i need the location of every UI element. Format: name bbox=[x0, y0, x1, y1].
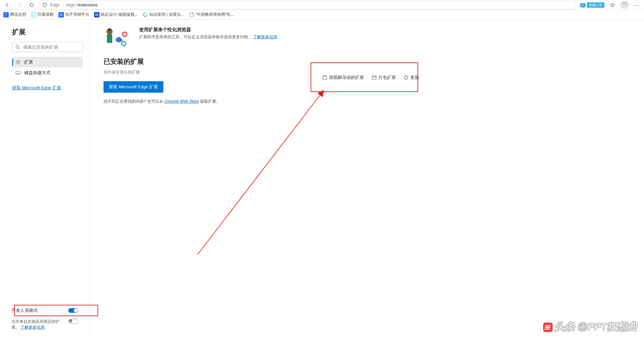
sidebar: 扩展 扩展 键盘快捷方式 获取 Microsoft Edge 扩展 开发人员模式… bbox=[0, 19, 90, 337]
update-icon bbox=[403, 75, 409, 80]
svg-rect-13 bbox=[16, 71, 21, 74]
svg-point-0 bbox=[43, 3, 47, 7]
keyboard-icon bbox=[15, 70, 21, 76]
search-box[interactable] bbox=[12, 42, 83, 52]
bookmark-icon: 知 bbox=[58, 12, 64, 17]
hero-title: 使用扩展来个性化浏览器 bbox=[139, 27, 277, 33]
svg-rect-24 bbox=[122, 42, 125, 45]
svg-rect-25 bbox=[323, 76, 327, 79]
hero-illustration bbox=[104, 27, 132, 47]
svg-point-4 bbox=[581, 5, 582, 6]
svg-point-12 bbox=[17, 61, 18, 62]
search-input[interactable] bbox=[23, 45, 80, 50]
more-menu-button[interactable]: ⋯ bbox=[632, 0, 641, 10]
svg-rect-26 bbox=[372, 76, 376, 79]
edge-icon bbox=[42, 2, 47, 8]
svg-point-9 bbox=[16, 45, 19, 48]
file-icon bbox=[189, 12, 194, 17]
load-unpacked-button[interactable]: 加载解压缩的扩展 bbox=[322, 75, 364, 81]
svg-rect-20 bbox=[107, 34, 112, 43]
back-button[interactable] bbox=[3, 0, 12, 10]
forward-button[interactable] bbox=[15, 0, 24, 10]
bookmark-item[interactable]: 稿稿定设计-做图做视... bbox=[94, 12, 138, 17]
svg-rect-19 bbox=[108, 29, 111, 30]
hero-banner: 使用扩展来个性化浏览器 扩展程序是简单的工具，可自定义浏览器体验并提供更多控制。… bbox=[104, 27, 631, 47]
dev-mode-row: 开发人员模式 bbox=[7, 305, 83, 316]
allow-other-toggle[interactable] bbox=[68, 319, 78, 324]
annotation-arrow bbox=[188, 87, 332, 258]
svg-rect-22 bbox=[123, 33, 126, 36]
bookmark-item[interactable]: 知知乎营销平台 bbox=[58, 12, 89, 17]
svg-point-3 bbox=[582, 3, 586, 6]
dev-actions: 加载解压缩的扩展 打包扩展 更新 bbox=[322, 75, 419, 81]
svg-point-11 bbox=[16, 60, 20, 64]
get-extensions-link[interactable]: 获取 Microsoft Edge 扩展 bbox=[12, 85, 83, 91]
address-url: edge://extensions bbox=[66, 3, 97, 7]
watermark: 头条 @PPT狂想曲 bbox=[543, 320, 637, 334]
bookmark-icon: 稿 bbox=[94, 12, 99, 17]
svg-point-7 bbox=[144, 13, 147, 16]
sidebar-item-extensions[interactable]: 扩展 bbox=[12, 57, 83, 67]
sidebar-item-shortcuts[interactable]: 键盘快捷方式 bbox=[12, 67, 83, 78]
pack-extension-button[interactable]: 打包扩展 bbox=[371, 75, 396, 81]
svg-point-5 bbox=[583, 5, 585, 6]
allow-other-label: 允许来自其他应用商店的扩展。 了解更多信息 bbox=[11, 319, 65, 330]
chrome-web-store-link[interactable]: Chrome Web Store bbox=[164, 99, 199, 104]
search-icon bbox=[15, 44, 21, 50]
bookmark-icon: T bbox=[3, 12, 9, 17]
installed-title: 已安装的扩展 bbox=[104, 57, 631, 66]
bookmark-icon bbox=[31, 12, 36, 17]
refresh-button[interactable] bbox=[27, 0, 36, 10]
learn-more-link[interactable]: 了解更多信息 bbox=[21, 325, 45, 330]
address-brand: Edge bbox=[50, 3, 59, 7]
main-content: 使用扩展来个性化浏览器 扩展程序是简单的工具，可自定义浏览器体验并提供更多控制。… bbox=[90, 19, 644, 337]
dev-mode-label: 开发人员模式 bbox=[11, 307, 38, 314]
cloud-icon bbox=[579, 2, 587, 8]
cloud-upload-badge[interactable]: 拖拽上传 bbox=[579, 2, 604, 8]
allow-other-stores-row: 允许来自其他应用商店的扩展。 了解更多信息 bbox=[7, 316, 83, 333]
bookmark-item[interactable]: "中国教师资格网"给... bbox=[189, 12, 234, 17]
bookmark-bar: T腾讯文档 巨量算数 知知乎营销平台 稿稿定设计-做图做视... 知识星球 | … bbox=[0, 10, 644, 19]
sidebar-item-label: 键盘快捷方式 bbox=[24, 70, 50, 76]
svg-line-10 bbox=[19, 48, 20, 49]
gear-icon bbox=[15, 59, 21, 65]
svg-rect-8 bbox=[190, 13, 193, 17]
hero-subtitle: 扩展程序是简单的工具，可自定义浏览器体验并提供更多控制。 了解更多信息 bbox=[139, 34, 277, 40]
bookmark-item[interactable]: 巨量算数 bbox=[31, 12, 54, 17]
chrome-store-hint: 找不到正在查找的内容? 也可以从 Chrome Web Store 获取扩展。 bbox=[104, 99, 631, 104]
get-extensions-button[interactable]: 获取 Microsoft Edge 扩展 bbox=[104, 81, 163, 93]
page-title: 扩展 bbox=[12, 28, 83, 37]
profile-avatar[interactable] bbox=[620, 1, 629, 9]
pack-icon bbox=[371, 75, 377, 80]
dev-mode-toggle[interactable] bbox=[68, 308, 78, 313]
bookmark-item[interactable]: T腾讯文档 bbox=[3, 12, 26, 17]
load-icon bbox=[322, 75, 327, 80]
browser-toolbar: Edge | edge://extensions 拖拽上传 ⋯ bbox=[0, 0, 644, 10]
bookmark-item[interactable]: 知识星球 | 深度连... bbox=[143, 12, 184, 17]
svg-line-28 bbox=[198, 90, 324, 254]
favorites-icon[interactable] bbox=[608, 0, 617, 10]
svg-point-6 bbox=[32, 13, 35, 16]
sidebar-item-label: 扩展 bbox=[24, 59, 33, 65]
address-bar[interactable]: Edge | edge://extensions bbox=[39, 1, 576, 9]
bookmark-icon bbox=[143, 12, 148, 17]
hero-learn-more-link[interactable]: 了解更多信息 bbox=[253, 35, 277, 39]
update-button[interactable]: 更新 bbox=[403, 75, 419, 81]
watermark-icon bbox=[543, 323, 553, 332]
